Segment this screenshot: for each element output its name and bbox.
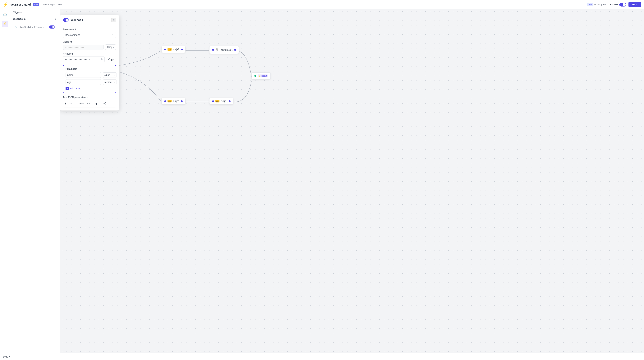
sidebar-icon-history[interactable]: 🕐 [2,11,8,18]
test-json-input[interactable] [63,100,116,107]
webhooks-collapse-icon: ▲ [54,18,56,20]
api-token-section: API token 👁 Copy [63,52,116,62]
test-json-info-icon: ℹ [87,96,88,99]
left-panel: Triggers Webhooks ▲ 🔗 https://tooljet-pr… [10,9,60,353]
node-postgresql1-right-dot [234,49,236,51]
header: ⚡ getSalesDataWf Beta All changes saved … [0,0,644,9]
endpoint-copy-button[interactable]: Copy ▾ [105,44,116,50]
modal-title: Webhook [71,18,110,21]
node-postgresql1-label: postgresql1 [221,49,233,51]
workflow-title: getSalesDataWf [10,3,31,6]
connection-lines [60,9,644,353]
endpoint-label: Endpoint [63,40,72,43]
app-logo: ⚡ [3,2,8,7]
node-runjs2[interactable]: JS runjs2 [162,46,186,53]
endpoint-section: Endpoint Copy ▾ [63,40,116,50]
environment-section: Environment ℹ DevelopmentProductionStagi… [63,28,116,38]
node-result[interactable]: ⚡ Result [252,72,271,79]
node-runjs3-left-dot [212,100,214,102]
param-delete-button-1[interactable]: 🗑 [118,81,119,84]
node-runjs1-badge: JS [168,100,172,102]
node-postgresql1-left-dot [212,49,214,51]
node-runjs1-label: runjs1 [173,100,180,102]
param-type-select-1[interactable]: string number [103,79,117,85]
webhook-modal: Webhook × Environment ℹ DevelopmentProdu… [60,15,119,110]
webhook-url: https://tooljet-pr-671.onre... [19,26,48,28]
sidebar: 🕐 ⚡ [0,9,10,353]
node-postgresql1[interactable]: 🐘 postgresql1 [209,46,239,54]
modal-close-button[interactable]: × [112,18,116,22]
node-result-left-dot [254,75,256,77]
param-name-input-0[interactable] [66,72,101,78]
add-more-button[interactable]: + Add more [66,86,80,91]
node-runjs2-right-dot [181,49,183,50]
add-more-icon: + [66,87,69,90]
environment-info-icon: ℹ [76,28,77,31]
environment-select[interactable]: DevelopmentProductionStaging [63,32,116,38]
logs-chevron-icon: ∧ [9,356,10,358]
node-runjs2-label: runjs2 [173,48,180,51]
webhooks-header[interactable]: Webhooks ▲ [10,15,60,23]
webhook-toggle[interactable] [49,25,55,28]
node-runjs3-badge: JS [216,100,220,102]
api-token-copy-button[interactable]: Copy [106,57,116,62]
test-json-label: Test JSON parameters [63,96,86,99]
param-name-input-1[interactable] [66,79,101,85]
environment-label: Environment [63,28,76,31]
node-runjs3[interactable]: JS runjs3 [209,98,234,105]
parameter-section-label: Parameter [66,68,114,70]
modal-header: Webhook × [60,15,119,25]
endpoint-input[interactable] [63,45,104,50]
node-runjs1-left-dot [164,100,166,102]
param-row-name: string number 🗑 [66,72,114,78]
run-button[interactable]: Run [628,2,641,7]
triggers-label: Triggers [10,9,60,15]
node-runjs3-label: runjs3 [221,100,227,102]
node-runjs1[interactable]: JS runjs1 [162,98,186,105]
param-row-age: string number 🗑 [66,79,114,85]
save-status: All changes saved [43,3,62,6]
sidebar-icon-bolt[interactable]: ⚡ [2,21,8,27]
node-result-label: Result [262,75,267,77]
env-icon: Env [587,3,593,6]
node-runjs2-badge: JS [168,48,172,51]
test-json-section: Test JSON parameters ℹ [63,96,116,107]
webhook-link-icon: 🔗 [14,26,18,28]
enable-label: Enable [610,3,618,6]
webhooks-title: Webhooks [13,17,26,20]
endpoint-copy-chevron: ▾ [113,46,114,48]
param-delete-button-0[interactable]: 🗑 [118,73,119,77]
node-postgresql1-badge: 🐘 [216,48,219,52]
node-runjs2-left-dot [164,49,166,50]
logs-text: Logs [3,356,8,358]
webhook-modal-toggle[interactable] [63,18,69,22]
node-runjs3-right-dot [229,100,230,102]
env-selector[interactable]: Env Development [587,3,608,6]
modal-body: Environment ℹ DevelopmentProductionStagi… [60,25,119,110]
api-token-label: API token [63,52,73,55]
logs-label[interactable]: Logs ∧ [3,356,10,358]
parameter-section: Parameter string number 🗑 string [63,65,116,93]
node-result-badge: ⚡ Result [258,74,268,77]
endpoint-row: Copy ▾ [63,44,116,50]
workflow-canvas[interactable]: Webhook × Environment ℹ DevelopmentProdu… [60,9,644,353]
node-runjs1-right-dot [181,100,183,102]
beta-badge: Beta [33,3,40,6]
webhooks-section: 🔗 https://tooljet-pr-671.onre... [10,23,60,31]
api-token-row: 👁 Copy [63,56,116,62]
enable-toggle-container: Enable [610,3,626,6]
env-value: Development [594,3,608,6]
webhook-item[interactable]: 🔗 https://tooljet-pr-671.onre... [13,24,56,30]
add-more-label: Add more [70,87,80,90]
param-type-select-0[interactable]: string number [103,72,117,78]
logs-bar[interactable]: Logs ∧ [0,353,644,360]
api-token-input[interactable] [63,56,105,62]
api-token-eye-button[interactable]: 👁 [100,58,103,61]
enable-toggle[interactable] [619,3,626,6]
endpoint-copy-label: Copy [107,46,112,48]
